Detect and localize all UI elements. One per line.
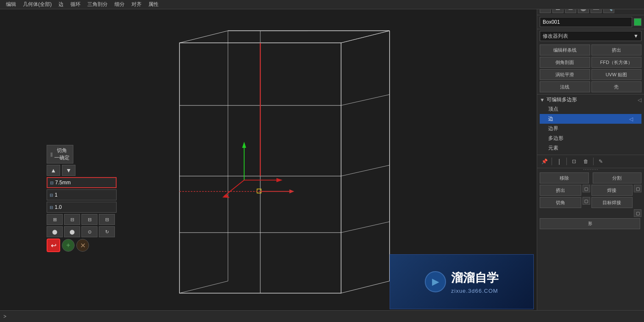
chamfer-label-text: 切角一确定	[54, 147, 70, 161]
tool-panel: || 切角一确定 ▲ ▼ ⊟ 7.5mm ⊟ 1 ⊟ 1.	[47, 145, 117, 252]
watermark: ▶ 溜溜自学 zixue.3d66.COM	[390, 254, 534, 309]
svg-line-1	[179, 31, 228, 43]
chamfer-confirm-btn[interactable]: || 切角一确定	[47, 145, 73, 164]
modifier-list-dropdown[interactable]: 修改器列表 ▼	[540, 31, 641, 41]
menu-loop[interactable]: 循环	[67, 0, 84, 9]
mod-btn-normals[interactable]: 法线	[540, 81, 590, 92]
svg-marker-20	[242, 142, 246, 148]
menu-align[interactable]: 对齐	[128, 0, 145, 9]
poly-tree-header: ▼ 可编辑多边形 ◁	[540, 96, 641, 103]
mod-btn-ffd[interactable]: FFD（长方体）	[591, 57, 642, 68]
chamfer-segments-value: 1	[55, 192, 58, 198]
chamfer-segments-input[interactable]: ⊟ 1	[47, 189, 117, 200]
tree-item-element[interactable]: 元素	[540, 143, 641, 153]
tool-btn-grid2[interactable]: ⊟	[64, 214, 80, 225]
delete-icon[interactable]: 🗑	[581, 157, 591, 166]
tree-item-edge[interactable]: 边 ◁	[540, 114, 641, 124]
status-bar: >	[0, 310, 644, 322]
tool-btn-grid1[interactable]: ⊞	[47, 214, 63, 225]
tool-btn-sphere2[interactable]: ⬤	[64, 226, 80, 237]
menu-triangulate[interactable]: 三角剖分	[84, 0, 111, 9]
mod-btn-spline[interactable]: 编辑样条线	[540, 44, 590, 56]
move-icon[interactable]: |	[555, 157, 564, 166]
mod-btn-bevel-profile[interactable]: 倒角剖面	[540, 57, 590, 68]
chamfer-tension-value: 1.0	[55, 204, 62, 210]
object-name-input[interactable]	[540, 17, 632, 27]
chamfer-tension-icon: ⊟	[50, 205, 53, 210]
bottom-btn-row: ↩ + ✕	[47, 239, 117, 252]
op-extrude-btn[interactable]: 挤出	[540, 185, 581, 196]
menu-edit[interactable]: 编辑	[3, 0, 20, 9]
watermark-subtitle: zixue.3d66.COM	[451, 288, 499, 294]
arrow-up-btn[interactable]: ▲	[47, 165, 60, 176]
tool-btn-grid3[interactable]: ⊟	[81, 214, 98, 225]
tree-item-border[interactable]: 边界	[540, 124, 641, 133]
chamfer-tension-input[interactable]: ⊟ 1.0	[47, 202, 117, 213]
poly-tree-header-label: 可编辑多边形	[546, 96, 577, 103]
watermark-title: 溜溜自学	[451, 270, 499, 286]
remove-btn[interactable]: ✕	[76, 239, 89, 252]
tool-btn-rotate1[interactable]: ↻	[99, 226, 115, 237]
status-expand-btn[interactable]: >	[3, 314, 6, 319]
svg-marker-22	[276, 178, 282, 182]
op-chamfer-btn[interactable]: 切角	[540, 197, 581, 208]
op-weld-btn[interactable]: 焊接	[591, 185, 633, 196]
tree-item-edge-label: 边	[548, 115, 553, 122]
ops-row-3: 切角 ▢ 目标焊接	[540, 197, 641, 208]
tool-btn-ring1[interactable]: ⊙	[81, 226, 98, 237]
object-name-row	[537, 15, 644, 29]
remove-icon: ✕	[80, 242, 86, 250]
svg-line-17	[179, 281, 228, 293]
menu-geometry[interactable]: 几何体(全部)	[20, 0, 55, 9]
edit-icon[interactable]: ✎	[596, 157, 605, 166]
svg-line-14	[341, 31, 390, 43]
svg-line-23	[224, 180, 244, 196]
add-btn[interactable]: +	[62, 239, 75, 252]
op-remove-btn[interactable]: 移除	[540, 172, 589, 183]
svg-marker-24	[222, 194, 229, 198]
mod-btn-uvw[interactable]: UVW 贴图	[591, 69, 642, 80]
icon-row: 📌 | ⊡ 🗑 ✎	[537, 155, 644, 168]
object-color-swatch[interactable]	[634, 18, 641, 26]
pin-icon[interactable]: 📌	[540, 157, 549, 166]
ops-row-4: 形	[540, 218, 641, 229]
mod-btn-shell[interactable]: 壳	[591, 81, 642, 92]
poly-tree-arrow-icon: ◁	[638, 97, 641, 103]
undo-icon: ↩	[51, 242, 56, 250]
mod-btn-turbosmooth[interactable]: 涡轮平滑	[540, 69, 590, 80]
tool-btn-grid4[interactable]: ⊟	[99, 214, 115, 225]
tool-btn-sphere1[interactable]: ⬤	[47, 226, 63, 237]
op-weld-settings-btn[interactable]: ▢	[634, 185, 641, 192]
op-extrude-settings-btn[interactable]: ▢	[583, 185, 590, 192]
menu-subdivide[interactable]: 细分	[111, 0, 128, 9]
undo-btn[interactable]: ↩	[47, 239, 60, 252]
watermark-inner: ▶ 溜溜自学 zixue.3d66.COM	[425, 270, 499, 294]
watermark-logo-icon: ▶	[425, 271, 446, 292]
chamfer-amount-input[interactable]: ⊟ 7.5mm	[47, 177, 117, 188]
ops-row-2: 挤出 ▢ 焊接 ▢	[540, 185, 641, 196]
op-chamfer-settings-btn[interactable]: ▢	[583, 197, 590, 205]
svg-marker-27	[290, 189, 294, 194]
tree-item-vertex[interactable]: 顶点	[540, 104, 641, 114]
menu-properties[interactable]: 属性	[145, 0, 162, 9]
select-icon[interactable]: ⊡	[569, 157, 579, 166]
op-split-btn[interactable]: 分割	[593, 172, 642, 183]
mod-btn-extrude[interactable]: 挤出	[591, 44, 642, 56]
right-panel: + ⊡ ⊡ ⬤ ▬ 🔧 修改器列表 ▼ 编辑样条线 挤出 倒角剖面 FFD（长方…	[537, 0, 644, 322]
btn-row-1: ⊞ ⊟ ⊟ ⊟	[47, 214, 117, 225]
op-target-weld-btn[interactable]: 目标焊接	[591, 197, 633, 208]
op-shape-btn[interactable]: 形	[540, 218, 640, 229]
add-icon: +	[66, 242, 70, 249]
ops-row-1: 移除 分割	[540, 172, 641, 183]
arrow-down-btn[interactable]: ▼	[62, 165, 75, 176]
dropdown-arrow-icon: ▼	[633, 33, 638, 39]
tree-item-polygon[interactable]: 多边形	[540, 133, 641, 143]
separator-3	[593, 158, 594, 165]
extra-settings-btn[interactable]: ▢	[634, 209, 641, 217]
arrow-row: ▲ ▼	[47, 165, 117, 176]
svg-line-12	[341, 165, 390, 176]
poly-tree-collapse-icon[interactable]: ▼	[540, 97, 545, 103]
ops-extra: ▢	[540, 209, 641, 217]
menu-edge[interactable]: 边	[55, 0, 67, 9]
pause-icon: ||	[50, 152, 53, 157]
